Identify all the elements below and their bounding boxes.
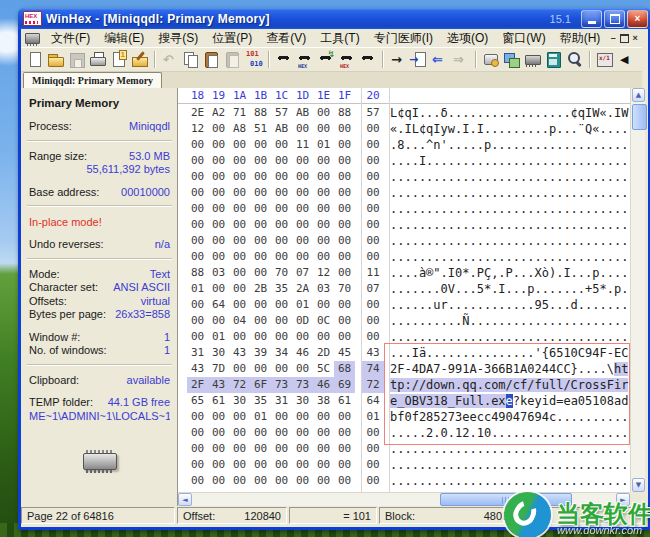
text-row[interactable]: tp://down.qq.com/cf/full/CrossFir bbox=[390, 377, 630, 393]
hex-byte[interactable]: 00 bbox=[271, 137, 292, 153]
hex-byte[interactable]: 00 bbox=[334, 473, 355, 489]
hex-byte[interactable]: 11 bbox=[292, 137, 313, 153]
hex-byte[interactable]: 38 bbox=[313, 393, 334, 409]
hex-byte[interactable]: 00 bbox=[334, 217, 355, 233]
hex-byte[interactable]: 73 bbox=[271, 377, 292, 393]
hex-byte[interactable]: 72 bbox=[362, 377, 384, 393]
hex-byte[interactable]: 00 bbox=[271, 153, 292, 169]
status-offset[interactable]: Offset:120840 bbox=[177, 507, 287, 524]
clipboard-paste-icon[interactable] bbox=[202, 50, 221, 69]
hex-byte[interactable]: 00 bbox=[292, 441, 313, 457]
hex-byte[interactable]: 00 bbox=[229, 153, 250, 169]
hex-viewer[interactable]: 18191A1B1C1D1E1F20 2EA2718857AB008857120… bbox=[178, 88, 630, 492]
hex-byte[interactable]: 00 bbox=[229, 409, 250, 425]
hex-row[interactable]: 3130433934462D4543 bbox=[178, 345, 384, 361]
hex-row[interactable]: 000000000000000000 bbox=[178, 457, 384, 473]
hex-byte[interactable]: 00 bbox=[208, 169, 229, 185]
menu-item-view[interactable]: 查看(V) bbox=[259, 29, 313, 48]
hex-byte[interactable]: 00 bbox=[292, 361, 313, 377]
hex-byte[interactable]: 45 bbox=[334, 345, 355, 361]
hex-byte[interactable]: 00 bbox=[187, 185, 208, 201]
find-hex-icon[interactable] bbox=[295, 50, 314, 69]
hex-byte[interactable]: 00 bbox=[313, 153, 334, 169]
hex-byte[interactable]: 30 bbox=[292, 393, 313, 409]
hex-row[interactable]: 000000000000000000 bbox=[178, 169, 384, 185]
hex-byte[interactable]: 00 bbox=[229, 329, 250, 345]
hex-row[interactable]: 880300007007120011 bbox=[178, 265, 384, 281]
hex-byte[interactable]: 00 bbox=[208, 249, 229, 265]
hex-byte[interactable]: 00 bbox=[187, 473, 208, 489]
hex-byte[interactable]: 00 bbox=[229, 137, 250, 153]
vertical-scroll-thumb[interactable] bbox=[632, 104, 647, 130]
hex-byte[interactable]: 00 bbox=[334, 265, 355, 281]
text-row[interactable]: ................................. bbox=[390, 473, 630, 489]
text-row[interactable]: ................................. bbox=[390, 457, 630, 473]
hex-byte[interactable]: 00 bbox=[229, 425, 250, 441]
hex-byte[interactable]: 31 bbox=[187, 345, 208, 361]
hex-byte[interactable]: 00 bbox=[362, 153, 384, 169]
hex-byte[interactable]: 00 bbox=[334, 441, 355, 457]
hex-byte[interactable]: 00 bbox=[208, 233, 229, 249]
hex-byte[interactable]: 00 bbox=[187, 233, 208, 249]
status-decimal-value[interactable]: = 101 bbox=[289, 507, 377, 524]
hex-byte[interactable]: 01 bbox=[362, 409, 384, 425]
open-file-icon[interactable] bbox=[46, 50, 65, 69]
document-chip-icon[interactable] bbox=[25, 33, 40, 44]
hex-byte[interactable]: 00 bbox=[313, 121, 334, 137]
hex-byte[interactable]: 00 bbox=[208, 313, 229, 329]
hex-byte[interactable]: 35 bbox=[271, 281, 292, 297]
hex-byte[interactable]: 00 bbox=[313, 169, 334, 185]
menu-item-specialist[interactable]: 专门医师(I) bbox=[367, 29, 440, 48]
hex-byte[interactable]: 00 bbox=[292, 185, 313, 201]
hex-byte[interactable]: 00 bbox=[229, 297, 250, 313]
hex-byte[interactable]: 00 bbox=[362, 457, 384, 473]
hex-byte[interactable]: 7D bbox=[208, 361, 229, 377]
hex-byte[interactable]: 00 bbox=[292, 169, 313, 185]
hex-row[interactable]: 000000000000000000 bbox=[178, 441, 384, 457]
edit-disk-icon[interactable] bbox=[130, 50, 149, 69]
hex-byte[interactable]: 00 bbox=[271, 425, 292, 441]
text-row[interactable]: ................................. bbox=[390, 329, 630, 345]
hex-byte[interactable]: 00 bbox=[271, 169, 292, 185]
hex-byte[interactable]: 00 bbox=[292, 409, 313, 425]
hex-byte[interactable]: 00 bbox=[362, 217, 384, 233]
hex-byte[interactable]: 00 bbox=[250, 153, 271, 169]
hex-row[interactable]: 000100000000000000 bbox=[178, 329, 384, 345]
find-again-icon[interactable] bbox=[358, 50, 377, 69]
hex-byte[interactable]: 0D bbox=[292, 313, 313, 329]
hex-byte[interactable]: 12 bbox=[313, 265, 334, 281]
hex-byte[interactable]: 35 bbox=[250, 393, 271, 409]
replace-hex-icon[interactable] bbox=[337, 50, 356, 69]
goto-offset-icon[interactable] bbox=[388, 50, 407, 69]
hex-byte[interactable]: 00 bbox=[187, 201, 208, 217]
hex-byte[interactable]: 00 bbox=[250, 185, 271, 201]
hex-byte[interactable]: 00 bbox=[292, 425, 313, 441]
hex-byte[interactable]: 00 bbox=[229, 249, 250, 265]
hex-byte[interactable]: 00 bbox=[334, 201, 355, 217]
text-row[interactable]: «.IL¢qIyw.I.I.........p...¨Q«.... bbox=[390, 121, 630, 137]
tab-miniqqdl-primary-memory[interactable]: Miniqqdl: Primary Memory bbox=[23, 72, 162, 88]
hex-byte[interactable]: 00 bbox=[313, 329, 334, 345]
hex-byte[interactable]: 68 bbox=[334, 361, 355, 377]
hex-byte[interactable]: 5C bbox=[313, 361, 334, 377]
hex-row[interactable]: 0100002B352A037007 bbox=[178, 281, 384, 297]
hex-byte[interactable]: 01 bbox=[250, 409, 271, 425]
hex-byte[interactable]: 00 bbox=[313, 201, 334, 217]
hex-row[interactable]: 006400000001000000 bbox=[178, 297, 384, 313]
hex-byte[interactable]: 00 bbox=[229, 265, 250, 281]
hex-byte[interactable]: 00 bbox=[208, 473, 229, 489]
hex-byte[interactable]: 00 bbox=[250, 217, 271, 233]
hex-byte[interactable]: 72 bbox=[229, 377, 250, 393]
hex-byte[interactable]: 00 bbox=[334, 233, 355, 249]
hex-byte[interactable]: 88 bbox=[334, 105, 355, 121]
hex-byte[interactable]: 88 bbox=[250, 105, 271, 121]
hex-byte[interactable]: 00 bbox=[362, 329, 384, 345]
menu-item-options[interactable]: 选项(O) bbox=[440, 29, 495, 48]
hex-byte[interactable]: 01 bbox=[208, 329, 229, 345]
hex-byte[interactable]: 61 bbox=[334, 393, 355, 409]
scroll-left-button[interactable]: ◄ bbox=[178, 493, 192, 506]
hex-byte[interactable]: 46 bbox=[313, 377, 334, 393]
hex-byte[interactable]: 00 bbox=[362, 185, 384, 201]
hex-byte[interactable]: 00 bbox=[362, 441, 384, 457]
hex-row[interactable]: 000000000011010000 bbox=[178, 137, 384, 153]
